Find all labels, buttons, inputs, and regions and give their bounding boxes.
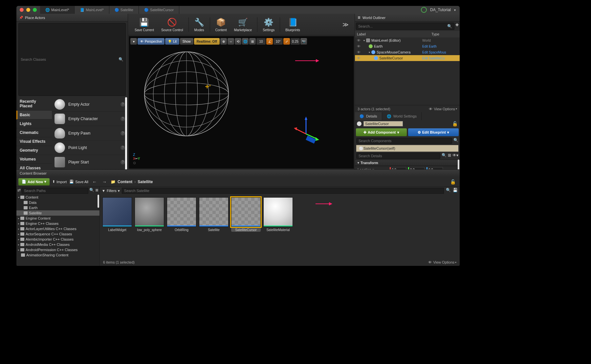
info-icon[interactable]: ? — [120, 117, 125, 121]
nav-forward[interactable]: → — [101, 179, 108, 184]
scale-snap-value[interactable]: 0.25 — [291, 38, 300, 45]
location-x[interactable]: 0.0 — [390, 167, 406, 169]
angle-snap-value[interactable]: 10° — [274, 38, 283, 45]
asset-satellite[interactable]: Satellite — [199, 197, 229, 232]
import-button[interactable]: ⬆ Import — [52, 180, 67, 184]
eye-icon[interactable]: 👁▾ — [452, 153, 458, 159]
add-component-button[interactable]: ✚ Add Component ▾ — [356, 128, 407, 136]
cat-recently-placed[interactable]: Recently Placed — [16, 97, 52, 111]
vp-tool-1[interactable]: ⊕ — [220, 38, 227, 45]
grid-view-icon[interactable]: ⊞ — [448, 153, 451, 159]
pin-icon[interactable]: 📌 — [19, 16, 23, 19]
info-icon[interactable]: ? — [120, 131, 125, 136]
actor-point-light[interactable]: Point Light? — [52, 140, 128, 155]
cat-geometry[interactable]: Geometry — [16, 146, 52, 155]
edit-blueprint-button[interactable]: ⚙ Edit Blueprint ▾ — [408, 128, 459, 136]
eye-icon[interactable]: 👁 — [356, 50, 361, 54]
save-all-button[interactable]: 💾 Save All — [69, 180, 88, 184]
outliner-add-icon[interactable]: ✚ — [455, 23, 459, 30]
vp-tool-4[interactable]: 🌐 — [242, 38, 249, 45]
translate-gizmo[interactable] — [291, 116, 321, 145]
breadcrumb-content[interactable]: Content — [118, 180, 132, 184]
viewport[interactable]: ▾ 👁Perspective 💡Lit Show Realtime: Off ⊕… — [129, 36, 354, 169]
marketplace-button[interactable]: 🛒Marketplace — [231, 16, 255, 33]
tree-androidmedia[interactable]: ▸AndroidMedia C++ Classes — [16, 242, 99, 247]
search-assets-input[interactable] — [122, 188, 444, 194]
search-details-input[interactable] — [356, 153, 440, 159]
eye-icon[interactable]: 👁 — [356, 44, 361, 48]
asset-labelwidget[interactable]: LabelWidget — [102, 197, 132, 232]
tab-world-settings[interactable]: 🌐World Settings — [382, 112, 422, 120]
asset-satellitematerial[interactable]: SatelliteMaterial — [263, 197, 293, 232]
actor-player-start[interactable]: Player Start? — [52, 155, 128, 169]
blueprints-button[interactable]: 📘Blueprints — [282, 16, 303, 33]
tree-toggle-icon[interactable]: ⇄ — [17, 188, 21, 194]
info-icon[interactable]: ? — [120, 160, 125, 164]
view-options-button[interactable]: View Options — [434, 107, 455, 111]
tab-details[interactable]: 🔵Details — [355, 112, 382, 120]
save-current-button[interactable]: 💾Save Current — [131, 16, 157, 33]
lit-button[interactable]: 💡Lit — [165, 38, 179, 45]
cb-view-options[interactable]: View Options — [433, 260, 454, 264]
tree-actorlayer[interactable]: ▸ActorLayerUtilities C++ Classes — [16, 226, 99, 231]
col-type[interactable]: Type — [431, 32, 458, 36]
asset-orbitring[interactable]: OrbitRing — [167, 197, 196, 232]
title-tab-2[interactable]: 🔵Satellite — [109, 6, 139, 14]
search-classes[interactable]: 🔍 — [18, 23, 126, 96]
vp-tool-3[interactable]: ⟲ — [235, 38, 241, 45]
vp-scale-snap[interactable]: ⤢ — [283, 38, 290, 45]
title-tab-0[interactable]: 🌐MainLevel* — [40, 6, 75, 14]
show-button[interactable]: Show — [180, 38, 193, 45]
cat-lights[interactable]: Lights — [16, 119, 52, 128]
tree-alembic[interactable]: ▸AlembicImporter C++ Classes — [16, 237, 99, 242]
tree-row-satellitecursor[interactable]: 👁SatelliteCursorEdit SatelliteCu — [355, 55, 460, 61]
tree-engine-cpp[interactable]: ▸Engine C++ Classes — [16, 221, 99, 226]
perspective-button[interactable]: 👁Perspective — [138, 38, 164, 45]
viewport-menu[interactable]: ▾ — [130, 38, 137, 45]
source-control-button[interactable]: 🚫Source Control — [158, 16, 186, 33]
settings-button[interactable]: ⚙️Settings — [259, 16, 278, 33]
vp-grid-snap[interactable]: ⊞ — [249, 38, 256, 45]
vp-angle-snap[interactable]: ∠ — [266, 38, 273, 45]
tree-content[interactable]: ▾Content — [16, 195, 99, 200]
realtime-button[interactable]: Realtime: Off — [194, 38, 220, 45]
location-y[interactable]: 0.0 — [408, 167, 425, 169]
title-tab-1[interactable]: 📘MainLevel* — [75, 6, 109, 14]
cat-volumes[interactable]: Volumes — [16, 155, 52, 164]
source-control-status-icon[interactable] — [421, 7, 427, 13]
eye-icon[interactable]: 👁 — [356, 38, 361, 42]
tree-satellite[interactable]: Satellite — [16, 210, 99, 216]
asset-satellitecursor[interactable]: SatelliteCursor — [231, 197, 261, 232]
nav-back[interactable]: ← — [91, 179, 98, 184]
col-label[interactable]: Label — [357, 32, 431, 36]
location-z[interactable]: 0.0 — [427, 167, 443, 169]
tree-options-icon[interactable]: ≣ — [95, 188, 98, 194]
add-new-button[interactable]: 📄 Add New ▾ — [18, 178, 50, 185]
scrollbar[interactable] — [98, 195, 99, 208]
info-icon[interactable]: ? — [120, 145, 125, 150]
minimize-window[interactable] — [26, 8, 30, 12]
cat-basic[interactable]: Basic — [16, 111, 52, 119]
tree-row-camera[interactable]: 👁▾SpaceMouseCameraEdit SpaceMous — [355, 49, 460, 55]
actor-empty-actor[interactable]: Empty Actor? — [52, 97, 128, 112]
self-component[interactable]: ⚪ SatelliteCursor(self) — [356, 145, 458, 152]
tree-actorsequence[interactable]: ▸ActorSequence C++ Classes — [16, 231, 99, 237]
modes-button[interactable]: 🔧Modes — [191, 16, 208, 33]
actor-empty-pawn[interactable]: Empty Pawn? — [52, 126, 128, 140]
actor-empty-character[interactable]: Empty Character? — [52, 112, 128, 126]
info-icon[interactable]: ? — [120, 102, 125, 107]
lock-icon[interactable]: 🔓 — [452, 121, 458, 126]
cat-visual-effects[interactable]: Visual Effects — [16, 137, 52, 146]
vp-tool-2[interactable]: ↔ — [228, 38, 234, 45]
search-paths-input[interactable] — [22, 188, 88, 194]
filters-button[interactable]: ▼ Filters ▾ — [102, 188, 120, 194]
tree-animsharing[interactable]: AnimationSharing Content — [16, 252, 99, 258]
search-classes-input[interactable] — [21, 57, 119, 61]
outliner-search[interactable]: 🔍 — [356, 23, 454, 30]
scrollbar[interactable] — [125, 97, 127, 169]
save-search-icon[interactable]: 💾 — [453, 188, 458, 194]
cat-cinematic[interactable]: Cinematic — [16, 128, 52, 137]
vp-camera-speed[interactable]: 📷 — [300, 38, 307, 45]
asset-lowpolysphere[interactable]: low_poly_sphere — [135, 197, 164, 232]
chevron-down-icon[interactable]: ▾ — [454, 8, 456, 12]
